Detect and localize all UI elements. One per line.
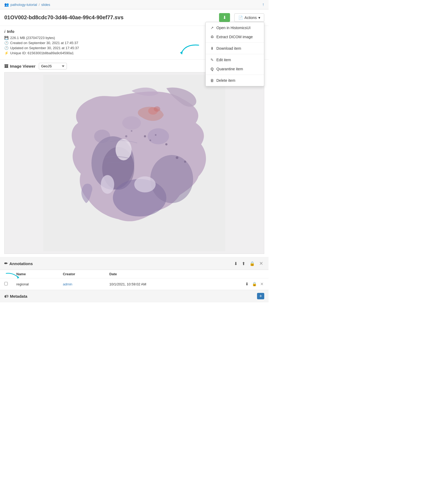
dropdown-item-open-histomics-label: Open in HistomicsUI [216, 26, 251, 30]
tag-icon: 🏷 [4, 294, 8, 298]
annotation-name-cell: regional [12, 278, 59, 290]
dropdown-item-edit-label: Edit item [216, 58, 231, 62]
quarantine-icon: Q [210, 67, 214, 71]
svg-point-16 [131, 130, 132, 132]
svg-point-13 [150, 139, 151, 141]
dropdown-divider-1 [206, 42, 264, 43]
viewer-title: 🖼 Image Viewer [4, 64, 36, 68]
annotation-row-actions: ⬇ 🔒 ✕ [210, 281, 264, 287]
svg-point-17 [125, 135, 127, 137]
breadcrumb-project[interactable]: pathology-tutorial [10, 3, 37, 7]
dropdown-item-download-label: Download item [216, 46, 241, 51]
download-main-icon: ⬇ [223, 15, 226, 20]
dropdown-item-edit[interactable]: ✎ Edit item [206, 55, 264, 64]
annotations-upload-button[interactable]: ⬆ [241, 261, 246, 267]
annotation-row-download-button[interactable]: ⬇ [245, 281, 249, 287]
annotation-row: regional admin 10/1/2021, 10:59:02 AM ⬇ … [0, 278, 269, 290]
annotations-title: ✏ Annotations [4, 261, 233, 266]
clock-icon-updated: 🕐 [4, 46, 9, 50]
annotation-date: 10/1/2021, 10:59:02 AM [109, 282, 146, 286]
svg-point-19 [184, 161, 186, 163]
project-icon: 👥 [4, 2, 9, 7]
dropdown-item-extract-dicom-label: Extract DICOM image [216, 35, 253, 39]
dropdown-divider-2 [206, 54, 264, 54]
file-icon: 📄 [238, 15, 243, 20]
annotations-section: ✏ Annotations ⬇ ⬆ 🔒 ✕ Name Creator [0, 257, 269, 290]
dropdown-item-delete-label: Delete item [216, 78, 235, 83]
actions-dropdown-container: 📄 Actions ▾ ↗ Open in HistomicsUI ♻ Extr… [234, 13, 264, 22]
svg-point-5 [150, 155, 193, 203]
pathology-slide-image [43, 75, 225, 251]
annotation-checkbox-cell [0, 278, 12, 290]
viewer-select[interactable]: GeoJS OpenLayers Leaflet [39, 63, 67, 69]
actions-label: Actions [244, 15, 257, 20]
svg-point-10 [94, 130, 110, 143]
annotations-title-label: Annotations [9, 261, 33, 266]
annotation-name: regional [16, 282, 29, 286]
breadcrumb-folder[interactable]: slides [41, 3, 50, 7]
annotations-lock-button[interactable]: 🔒 [248, 261, 256, 267]
viewer-title-icon: 🖼 [4, 64, 8, 68]
image-viewer-section: 🖼 Image Viewer GeoJS OpenLayers Leaflet [0, 60, 269, 257]
trash-icon: 🗑 [210, 78, 214, 83]
svg-point-7 [134, 176, 156, 192]
download-main-button[interactable]: ⬇ [219, 13, 230, 22]
annotation-checkbox[interactable] [4, 282, 8, 285]
svg-point-15 [165, 143, 167, 145]
dropdown-item-quarantine-label: Quarantine item [216, 67, 243, 71]
metadata-title-label: Metadata [10, 294, 27, 298]
header-actions: ⬇ 📄 Actions ▾ ↗ Open in HistomicsUI ♻ Ex… [219, 13, 264, 22]
metadata-add-button[interactable]: + [257, 293, 264, 299]
svg-point-12 [144, 135, 146, 137]
annotations-header: ✏ Annotations ⬇ ⬆ 🔒 ✕ [0, 257, 269, 270]
dropdown-item-open-histomics[interactable]: ↗ Open in HistomicsUI [206, 23, 264, 32]
ann-col-header-checkbox [0, 270, 12, 278]
edit-icon: ✎ [210, 58, 214, 62]
viewer-title-label: Image Viewer [10, 64, 36, 68]
svg-point-9 [148, 128, 169, 144]
disk-icon: 💾 [4, 36, 9, 40]
info-title-label: Info [7, 29, 14, 34]
annotation-row-lock-button[interactable]: 🔒 [251, 281, 258, 287]
ann-col-header-actions [206, 270, 269, 278]
annotations-close-button[interactable]: ✕ [258, 260, 264, 267]
plus-icon: + [259, 293, 262, 299]
image-viewer-area[interactable] [4, 72, 264, 254]
info-icon: i [4, 29, 5, 34]
info-updated-text: Updated on September 30, 2021 at 17:45:3… [10, 46, 79, 50]
svg-point-11 [122, 116, 141, 130]
actions-button[interactable]: 📄 Actions ▾ [234, 13, 264, 22]
page-title: 01OV002-bd8cdc70-3d46-40ae-99c4-90ef77.s… [4, 14, 219, 21]
annotation-creator-link[interactable]: admin [63, 282, 72, 286]
info-uid-text: Unique ID: 61563001b8ba89a9c64590a1 [10, 51, 74, 55]
dropdown-divider-3 [206, 75, 264, 75]
external-link-icon: ↗ [210, 26, 214, 30]
dropdown-item-download[interactable]: ⬇ Download item [206, 44, 264, 53]
svg-point-8 [101, 175, 114, 194]
page-header: 01OV002-bd8cdc70-3d46-40ae-99c4-90ef77.s… [0, 9, 269, 26]
clock-icon-created: 🕐 [4, 41, 9, 45]
metadata-header[interactable]: 🏷 Metadata + [0, 290, 269, 302]
annotation-row-close-button[interactable]: ✕ [260, 281, 264, 287]
annotation-row-actions-cell: ⬇ 🔒 ✕ [206, 278, 269, 290]
metadata-title: 🏷 Metadata [4, 294, 257, 298]
actions-dropdown-menu: ↗ Open in HistomicsUI ♻ Extract DICOM im… [205, 22, 264, 86]
breadcrumb-up-icon[interactable]: ↑ [262, 2, 264, 7]
annotation-creator-cell: admin [59, 278, 105, 290]
breadcrumb-separator: / [39, 3, 40, 7]
svg-point-14 [155, 134, 156, 136]
metadata-section: 🏷 Metadata + [0, 290, 269, 302]
recycle-icon: ♻ [210, 35, 214, 39]
uid-icon: ⚡ [4, 51, 9, 55]
pencil-icon: ✏ [4, 261, 8, 266]
dropdown-item-delete[interactable]: 🗑 Delete item [206, 76, 264, 85]
svg-point-18 [176, 156, 178, 159]
annotations-actions: ⬇ ⬆ 🔒 ✕ [233, 260, 264, 267]
dropdown-item-quarantine[interactable]: Q Quarantine item [206, 64, 264, 73]
ann-col-header-name: Name [12, 270, 59, 278]
info-size-text: 226.1 MB (237047223 bytes) [10, 36, 55, 40]
info-created-text: Created on September 30, 2021 at 17:45:3… [10, 41, 78, 45]
dropdown-item-extract-dicom[interactable]: ♻ Extract DICOM image [206, 32, 264, 41]
annotations-download-button[interactable]: ⬇ [233, 261, 239, 267]
download-icon: ⬇ [210, 46, 214, 51]
